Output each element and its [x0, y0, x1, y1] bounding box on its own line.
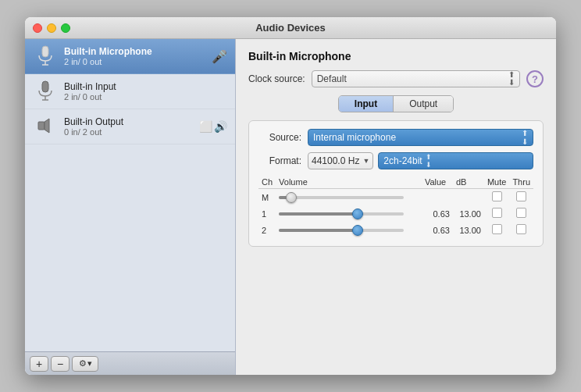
- window-title: Audio Devices: [255, 22, 326, 34]
- ch1-mute-checkbox[interactable]: [492, 208, 502, 218]
- source-value: Internal microphone: [313, 132, 396, 143]
- gear-icon: ⚙: [79, 358, 87, 369]
- screen-icon: ⬜: [199, 120, 212, 133]
- source-select-arrows-icon: ⬆⬇: [522, 129, 528, 146]
- master-slider-thumb[interactable]: [286, 192, 297, 203]
- add-device-button[interactable]: +: [30, 356, 48, 372]
- speaker-icon: [33, 114, 58, 139]
- ch2-value: 0.63: [422, 222, 453, 238]
- ch-master-mute-cell: [484, 189, 509, 206]
- ch1-thru-checkbox[interactable]: [516, 208, 526, 218]
- ch-master-thru-cell: [509, 189, 533, 206]
- source-row: Source: Internal microphone ⬆⬇: [258, 129, 533, 146]
- svg-rect-0: [42, 46, 48, 57]
- main-window: Audio Devices Built-in Microphon: [25, 17, 556, 375]
- ch2-slider-fill: [279, 229, 358, 232]
- clock-source-select[interactable]: Default ⬆⬇: [312, 70, 520, 87]
- format-hz-select[interactable]: 44100.0 Hz ▼: [308, 152, 373, 169]
- ch1-slider-fill: [279, 212, 358, 216]
- ch2-label: 2: [258, 222, 276, 238]
- clock-select-arrows-icon: ⬆⬇: [508, 71, 515, 87]
- format-bits-value: 2ch-24bit: [383, 155, 422, 166]
- col-ch: Ch: [258, 176, 276, 189]
- minus-icon: −: [57, 358, 63, 370]
- hz-dropdown-arrow-icon: ▼: [362, 157, 369, 165]
- format-bits-select[interactable]: 2ch-24bit ⬆⬇: [378, 152, 533, 169]
- svg-rect-6: [38, 122, 45, 130]
- minimize-button[interactable]: [47, 23, 56, 33]
- format-label: Format:: [258, 155, 301, 166]
- ch2-slider-thumb[interactable]: [352, 225, 363, 236]
- format-row: Format: 44100.0 Hz ▼ 2ch-24bit ⬆⬇: [258, 152, 533, 169]
- device-info-3: Built-in Output 0 in/ 2 out: [64, 116, 199, 137]
- table-header-row: Ch Volume Value dB Mute Thru: [258, 176, 533, 189]
- device-list: Built-in Microphone 2 in/ 0 out 🎤: [25, 39, 235, 351]
- device-item-builtin-input[interactable]: Built-in Input 2 in/ 0 out: [25, 74, 235, 109]
- ch1-slider-thumb[interactable]: [352, 208, 363, 219]
- device-info: Built-in Microphone 2 in/ 0 out: [64, 46, 212, 66]
- col-value: Value: [422, 176, 453, 189]
- tab-output[interactable]: Output: [394, 96, 453, 112]
- tab-row: Input Output: [248, 95, 544, 112]
- source-label: Source:: [258, 132, 301, 143]
- ch2-slider-track: [279, 229, 404, 232]
- ch2-slider-cell: [276, 222, 422, 238]
- sidebar-toolbar: + − ⚙ ▾: [25, 351, 235, 375]
- microphone-icon: [33, 44, 58, 69]
- source-select[interactable]: Internal microphone ⬆⬇: [308, 129, 533, 146]
- ch1-slider-cell: [276, 205, 422, 222]
- help-button[interactable]: ?: [526, 70, 544, 87]
- ch2-mute-checkbox[interactable]: [492, 224, 502, 234]
- content-area: Built-in Microphone 2 in/ 0 out 🎤: [25, 39, 556, 375]
- table-row: M: [258, 189, 533, 206]
- master-mute-checkbox[interactable]: [492, 191, 502, 201]
- gear-button[interactable]: ⚙ ▾: [72, 356, 98, 372]
- device-info-2: Built-in Input 2 in/ 0 out: [64, 81, 227, 102]
- ch2-thru-cell: [509, 222, 533, 238]
- col-thru: Thru: [509, 176, 533, 189]
- channel-table: Ch Volume Value dB Mute Thru M: [258, 176, 533, 238]
- close-button[interactable]: [33, 23, 42, 33]
- question-mark-icon: ?: [532, 73, 538, 85]
- master-slider-track: [279, 196, 404, 199]
- panel-title: Built-in Microphone: [248, 50, 544, 62]
- ch1-slider-track: [279, 212, 404, 216]
- main-panel: Built-in Microphone Clock source: Defaul…: [236, 39, 556, 375]
- tab-input[interactable]: Input: [339, 96, 394, 112]
- col-mute: Mute: [484, 176, 509, 189]
- table-row: 2 0.63 13.00: [258, 222, 533, 238]
- ch-master-value: [422, 189, 453, 206]
- clock-row: Clock source: Default ⬆⬇ ?: [248, 70, 544, 87]
- format-controls: 44100.0 Hz ▼ 2ch-24bit ⬆⬇: [308, 152, 533, 169]
- col-volume: Volume: [276, 176, 422, 189]
- device-item-builtin-microphone[interactable]: Built-in Microphone 2 in/ 0 out 🎤: [25, 39, 235, 74]
- bits-dropdown-arrows-icon: ⬆⬇: [426, 153, 432, 169]
- device-item-builtin-output[interactable]: Built-in Output 0 in/ 2 out ⬜ 🔊: [25, 109, 235, 144]
- table-row: 1 0.63 13.00: [258, 205, 533, 222]
- plus-icon: +: [36, 358, 42, 370]
- volume-icon: 🔊: [214, 120, 227, 133]
- device-name-2: Built-in Input: [64, 81, 227, 92]
- ch-master-slider-cell: [276, 189, 422, 206]
- device-name: Built-in Microphone: [64, 46, 212, 57]
- ch1-label: 1: [258, 205, 276, 222]
- ch2-thru-checkbox[interactable]: [516, 224, 526, 234]
- clock-source-label: Clock source:: [248, 73, 305, 84]
- svg-rect-3: [42, 81, 48, 92]
- titlebar: Audio Devices: [25, 17, 556, 39]
- ch-master-label: M: [258, 189, 276, 206]
- ch1-value: 0.63: [422, 205, 453, 222]
- col-db: dB: [453, 176, 484, 189]
- gear-arrow-icon: ▾: [87, 358, 92, 369]
- master-thru-checkbox[interactable]: [516, 191, 526, 201]
- format-hz-value: 44100.0 Hz: [312, 155, 359, 166]
- ch2-db: 13.00: [453, 222, 484, 238]
- device-sub-2: 2 in/ 0 out: [64, 92, 227, 102]
- traffic-lights: [33, 23, 70, 33]
- settings-box: Source: Internal microphone ⬆⬇ Format: 4…: [248, 120, 544, 247]
- remove-device-button[interactable]: −: [51, 356, 70, 372]
- device-sub-3: 0 in/ 2 out: [64, 127, 199, 137]
- device-name-3: Built-in Output: [64, 116, 199, 127]
- maximize-button[interactable]: [61, 23, 70, 33]
- sidebar: Built-in Microphone 2 in/ 0 out 🎤: [25, 39, 236, 375]
